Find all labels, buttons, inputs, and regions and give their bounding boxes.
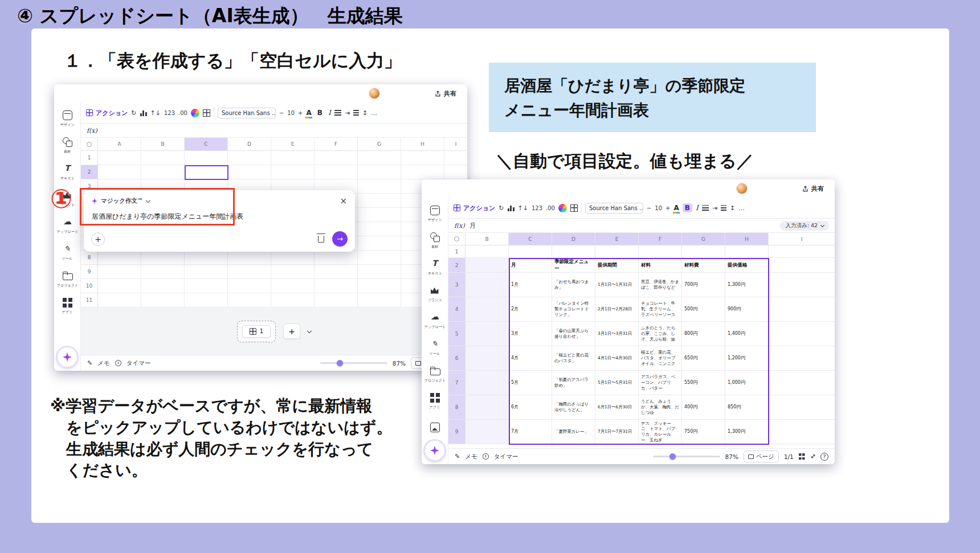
align-icon[interactable] (334, 110, 341, 116)
comments-icon[interactable] (782, 185, 790, 192)
cell[interactable] (639, 245, 682, 258)
header-cell[interactable]: 材料 (639, 258, 682, 273)
avatar[interactable] (369, 88, 380, 99)
text-wrap-icon[interactable]: ⇥ (712, 204, 717, 212)
avatar[interactable] (736, 183, 748, 194)
month-cell[interactable]: 7月 (509, 420, 552, 444)
text-wrap-icon[interactable]: ⇥ (345, 109, 350, 117)
undo-icon[interactable]: ↶ (596, 185, 602, 193)
header-cell[interactable]: 提供期間 (595, 258, 639, 273)
zoom-slider[interactable] (653, 456, 720, 457)
cell[interactable] (466, 245, 509, 258)
row-header[interactable]: 6 (448, 346, 466, 371)
cell[interactable] (552, 245, 595, 258)
sidebar-item[interactable]: アプリ (422, 388, 448, 414)
cell[interactable] (466, 395, 509, 420)
sidebar-item[interactable]: プロジェクト (55, 267, 80, 292)
text-color-button[interactable]: A (673, 204, 679, 212)
insights-chart-icon[interactable] (767, 185, 775, 192)
grid-view-icon[interactable] (799, 453, 805, 460)
month-cell[interactable]: 4月 (509, 346, 552, 371)
price-cell[interactable]: 900円 (725, 297, 769, 322)
sidebar-item[interactable]: プロジェクト (422, 362, 448, 387)
cell[interactable] (769, 322, 835, 346)
period-cell[interactable]: 4月1日〜4月30日 (595, 346, 639, 371)
actions-button[interactable]: アクション (454, 204, 495, 212)
menu-cell[interactable]: 「おせち風おつまみ」 (552, 273, 595, 297)
timer-button[interactable]: タイマー (126, 359, 151, 367)
sidebar-item[interactable]: テキスト (55, 159, 80, 185)
number-format-button[interactable]: 123 (164, 110, 175, 116)
price-cell[interactable]: 1,200円 (725, 346, 769, 371)
column-header[interactable]: B (466, 233, 509, 245)
row-header[interactable]: 1 (81, 151, 98, 165)
price-cell[interactable]: 850円 (725, 395, 769, 420)
refresh-icon[interactable]: ↻ (131, 109, 136, 117)
row-header[interactable]: 9 (81, 265, 98, 279)
ingredients-cell[interactable]: 黒豆、伊達巻、かまぼこ、田作りなど (639, 273, 682, 297)
borders-icon[interactable] (203, 109, 210, 117)
cost-cell[interactable]: 750円 (682, 420, 725, 444)
price-cell[interactable]: 1,300円 (725, 420, 769, 444)
cost-cell[interactable]: 800円 (682, 322, 725, 346)
sheet-tab[interactable]: 1 (242, 325, 271, 338)
row-header[interactable]: 7 (448, 371, 466, 395)
undo-icon[interactable]: ↶ (228, 89, 235, 98)
actions-button[interactable]: アクション (86, 109, 128, 117)
vertical-align-icon[interactable]: ↕ (730, 204, 735, 212)
memo-button[interactable]: メモ (97, 359, 110, 367)
font-size-value[interactable]: 10 (655, 205, 662, 211)
zoom-slider-thumb[interactable] (669, 453, 676, 460)
fullscreen-icon[interactable]: ↕ (808, 452, 818, 461)
menu-edit-mode[interactable]: 編集モード (543, 185, 589, 193)
cell[interactable] (769, 395, 835, 420)
sidebar-item[interactable]: ツール (422, 335, 448, 361)
column-header[interactable]: E (271, 138, 315, 150)
comments-icon[interactable] (415, 90, 422, 97)
more-options[interactable]: … (738, 204, 745, 212)
cost-cell[interactable]: 400円 (682, 395, 725, 420)
cell[interactable] (466, 322, 509, 346)
row-header[interactable]: 11 (81, 293, 98, 308)
sidebar-item[interactable]: デザイン (422, 201, 448, 227)
add-sheet-button[interactable]: + (283, 323, 300, 339)
period-cell[interactable]: 6月1日〜6月30日 (595, 395, 639, 420)
column-header[interactable]: H (401, 138, 444, 150)
text-color-button[interactable]: A (306, 109, 311, 117)
menu-tools[interactable]: ツール (149, 89, 168, 98)
share-button[interactable]: 共有 (430, 87, 462, 100)
column-header[interactable]: I (769, 233, 835, 245)
sidebar-item[interactable]: アップロード (422, 308, 448, 334)
bold-button[interactable]: B (315, 108, 325, 117)
color-wheel-icon[interactable] (558, 204, 567, 212)
assistant-sparkle-button[interactable] (425, 441, 444, 460)
period-cell[interactable]: 1月1日〜1月31日 (595, 273, 639, 297)
insights-chart-icon[interactable] (400, 90, 407, 97)
cell[interactable] (769, 245, 835, 258)
column-header[interactable]: C (185, 138, 228, 150)
header-cell[interactable]: 材料費 (682, 258, 725, 273)
menu-cell[interactable]: 「桜エビと菜の花のパスタ」 (552, 346, 595, 371)
row-header[interactable]: 10 (81, 279, 98, 293)
sort-icon[interactable]: ↑↓ (518, 204, 528, 212)
menu-cell[interactable]: 「梅雨のさっぱり冷やしうどん」 (552, 395, 595, 420)
italic-button[interactable]: I (328, 109, 331, 117)
font-selector[interactable]: Source Han Sans ... (585, 203, 643, 214)
menu-resize[interactable]: リサイズ (108, 89, 141, 98)
period-cell[interactable]: 2月1日〜2月28日 (595, 297, 639, 322)
sort-icon[interactable]: ↑↓ (150, 109, 161, 117)
timer-button[interactable]: タイマー (494, 453, 518, 461)
cell[interactable] (769, 371, 835, 395)
color-wheel-icon[interactable] (191, 109, 199, 117)
generate-button[interactable]: → (332, 231, 348, 247)
hamburger-menu-icon[interactable] (427, 186, 435, 191)
sidebar-item[interactable]: ブランド (422, 281, 448, 307)
vertical-align-icon[interactable]: ↕ (362, 109, 368, 117)
hamburger-menu-icon[interactable] (60, 91, 67, 96)
formula-bar[interactable]: f(x) 月 入力済み: 42 (448, 219, 835, 233)
decimal-format-button[interactable]: .00 (546, 205, 555, 211)
add-prompt-button[interactable]: + (91, 232, 105, 246)
column-header[interactable]: D (552, 233, 595, 245)
decimal-format-button[interactable]: .00 (178, 110, 187, 116)
zoom-slider[interactable] (320, 362, 387, 364)
